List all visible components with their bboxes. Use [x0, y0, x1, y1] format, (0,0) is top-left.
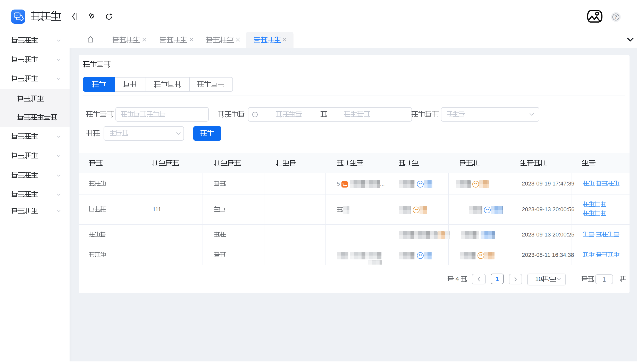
- svg-text:?: ?: [615, 15, 617, 20]
